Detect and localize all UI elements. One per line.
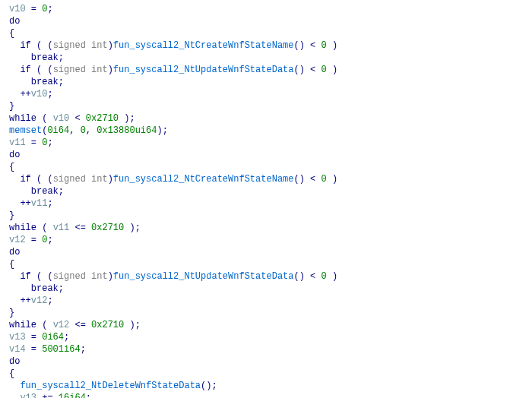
token-variable: v10 (9, 4, 26, 14)
token-keyword: break (31, 77, 59, 87)
token-cast: signed int (53, 65, 108, 75)
code-line: ++v11; (9, 197, 523, 210)
token-number: 16i64 (59, 393, 86, 398)
code-line: do (9, 15, 523, 27)
token-number: 0x2710 (86, 113, 119, 124)
code-line: if ( (signed int)fun_syscall2_NtUpdateWn… (9, 270, 523, 283)
code-line: v14 = 5001i64; (9, 343, 523, 355)
token-cast: signed int (53, 40, 108, 51)
token-variable: v13 (20, 393, 36, 398)
code-line: { (9, 258, 523, 270)
token-text: ; (86, 393, 91, 398)
token-text: = (26, 344, 43, 355)
code-line: v10 = 0; (9, 3, 523, 15)
token-keyword: do (9, 247, 20, 257)
code-line: v13 += 16i64; (9, 392, 523, 398)
token-keyword: while (9, 223, 36, 233)
code-line: fun_syscall2_NtDeleteWnfStateData(); (9, 380, 523, 392)
token-number: 0i64 (47, 125, 69, 136)
code-line: if ( (signed int)fun_syscall2_NtUpdateWn… (9, 64, 523, 76)
token-text: () < (293, 65, 321, 75)
code-line: ++v10; (9, 88, 523, 100)
code-line: break; (9, 283, 523, 295)
code-line: while ( v12 <= 0x2710 ); (9, 319, 523, 331)
token-text: ; (47, 198, 52, 209)
code-line: } (9, 210, 523, 222)
token-text: ); (124, 223, 141, 233)
token-number: 0 (321, 65, 327, 75)
token-text: ) (327, 174, 337, 185)
token-text: = (26, 332, 43, 343)
token-text: ); (119, 113, 135, 124)
code-line: if ( (signed int)fun_syscall2_NtCreateWn… (9, 39, 523, 52)
token-text: ) (327, 65, 337, 75)
token-text: ; (64, 332, 69, 343)
token-text: ( ( (31, 174, 53, 185)
token-variable: v11 (9, 137, 26, 148)
code-line: break; (9, 52, 523, 64)
token-text: ( ( (31, 65, 53, 75)
token-keyword: do (9, 16, 20, 27)
token-text: ; (59, 77, 64, 87)
code-line: { (9, 27, 523, 39)
token-keyword: if (20, 40, 30, 51)
token-text: ) (108, 174, 113, 185)
token-variable: v12 (9, 235, 26, 245)
code-line: do (9, 355, 523, 368)
token-keyword: if (20, 174, 30, 185)
token-variable: v10 (53, 113, 70, 124)
token-keyword: break (31, 186, 59, 197)
token-text: () < (293, 40, 321, 51)
code-line: while ( v10 < 0x2710 ); (9, 112, 523, 125)
token-text: ++ (20, 295, 30, 306)
token-keyword: do (9, 150, 20, 160)
token-number: 0i64 (42, 332, 64, 343)
token-keyword: do (9, 356, 20, 367)
token-text: ; (47, 235, 52, 245)
token-text: () < (293, 271, 321, 282)
token-text: = (26, 4, 43, 14)
code-line: } (9, 307, 523, 319)
token-text: ; (47, 4, 52, 14)
code-line: do (9, 246, 523, 258)
code-line: do (9, 149, 523, 161)
token-keyword: while (9, 320, 36, 330)
token-text: , (86, 125, 97, 136)
token-text: ) (108, 40, 113, 51)
token-text: ; (59, 52, 64, 63)
token-number: 0x13880ui64 (97, 125, 157, 136)
token-function: memset (9, 125, 42, 136)
code-line: break; (9, 185, 523, 197)
token-text: <= (69, 223, 91, 233)
token-variable: v12 (53, 320, 70, 330)
token-number: 0x2710 (91, 223, 124, 233)
token-text: = (26, 235, 43, 245)
token-function: fun_syscall2_NtUpdateWnfStateData (113, 65, 294, 75)
token-text: { (9, 28, 14, 39)
token-function: fun_syscall2_NtUpdateWnfStateData (113, 271, 294, 282)
token-text: ; (81, 344, 86, 355)
token-text: ) (108, 271, 113, 282)
token-text: ++ (20, 198, 30, 209)
token-cast: signed int (53, 271, 108, 282)
token-number: 0 (321, 271, 327, 282)
token-text: ++ (20, 89, 30, 100)
code-line: ++v12; (9, 295, 523, 307)
token-text: ; (59, 186, 64, 197)
token-text: } (9, 210, 14, 221)
token-cast: signed int (53, 174, 108, 185)
code-line: break; (9, 76, 523, 88)
token-variable: v11 (31, 198, 48, 209)
token-text: } (9, 308, 14, 318)
token-variable: v12 (31, 295, 48, 306)
token-number: 0x2710 (91, 320, 124, 330)
token-keyword: break (31, 52, 59, 63)
token-text: ( (36, 113, 53, 124)
token-text: ; (47, 295, 52, 306)
token-text: ); (157, 125, 167, 136)
token-keyword: break (31, 283, 59, 294)
token-text: ) (327, 271, 337, 282)
code-line: { (9, 368, 523, 380)
token-text: , (69, 125, 80, 136)
token-text: ( ( (31, 271, 53, 282)
